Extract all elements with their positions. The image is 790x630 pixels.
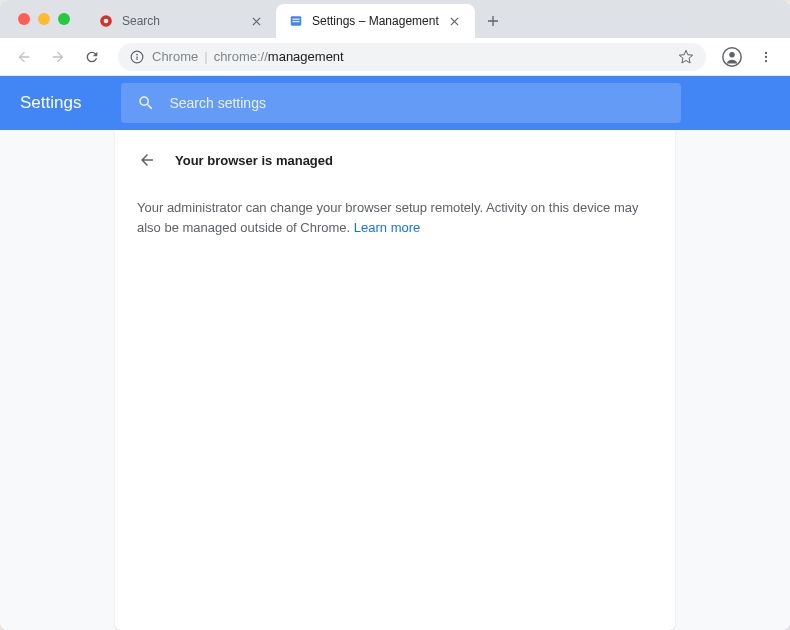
toolbar: Chrome | chrome://management <box>0 38 790 76</box>
search-icon <box>137 94 155 112</box>
settings-search-box[interactable] <box>121 83 681 123</box>
tab-bar: Search Settings – Management <box>0 0 790 38</box>
content-area: Settings Your browser is managed Your ad… <box>0 76 790 630</box>
settings-body: Your browser is managed Your administrat… <box>0 130 790 630</box>
profile-button[interactable] <box>718 43 746 71</box>
address-bar[interactable]: Chrome | chrome://management <box>118 43 706 71</box>
window-close-button[interactable] <box>18 13 30 25</box>
back-button[interactable] <box>10 43 38 71</box>
browser-window: Search Settings – Management <box>0 0 790 630</box>
address-origin: Chrome <box>152 49 198 64</box>
svg-point-12 <box>765 59 767 61</box>
svg-point-1 <box>104 19 109 24</box>
chrome-settings-favicon-icon <box>288 13 304 29</box>
learn-more-link[interactable]: Learn more <box>354 220 420 235</box>
svg-point-6 <box>136 53 138 55</box>
address-path: management <box>268 49 344 64</box>
tab-settings-management[interactable]: Settings – Management <box>276 4 475 38</box>
forward-button[interactable] <box>44 43 72 71</box>
tab-search[interactable]: Search <box>86 4 276 38</box>
new-tab-button[interactable] <box>479 7 507 35</box>
window-controls <box>10 0 78 38</box>
card-title: Your browser is managed <box>175 153 333 168</box>
address-prefix: chrome:// <box>214 49 268 64</box>
svg-point-9 <box>729 51 735 57</box>
tab-title: Settings – Management <box>312 14 439 28</box>
tab-close-button[interactable] <box>447 13 463 29</box>
search-favicon-icon <box>98 13 114 29</box>
back-arrow-button[interactable] <box>137 150 157 170</box>
svg-rect-7 <box>136 56 137 60</box>
svg-point-11 <box>765 55 767 57</box>
svg-point-10 <box>765 51 767 53</box>
window-maximize-button[interactable] <box>58 13 70 25</box>
address-text: Chrome | chrome://management <box>152 49 344 64</box>
card-body: Your administrator can change your brows… <box>137 198 653 237</box>
reload-button[interactable] <box>78 43 106 71</box>
tab-close-button[interactable] <box>248 13 264 29</box>
tab-title: Search <box>122 14 240 28</box>
settings-title: Settings <box>20 93 81 113</box>
tabs-container: Search Settings – Management <box>86 4 507 38</box>
window-minimize-button[interactable] <box>38 13 50 25</box>
svg-rect-3 <box>293 19 300 20</box>
management-card: Your browser is managed Your administrat… <box>115 130 675 630</box>
settings-search-input[interactable] <box>169 95 665 111</box>
browser-menu-button[interactable] <box>752 43 780 71</box>
address-separator: | <box>204 49 207 64</box>
site-info-icon[interactable] <box>130 50 144 64</box>
card-header: Your browser is managed <box>137 150 653 170</box>
svg-rect-4 <box>293 21 300 22</box>
settings-header: Settings <box>0 76 790 130</box>
bookmark-star-button[interactable] <box>678 49 694 65</box>
